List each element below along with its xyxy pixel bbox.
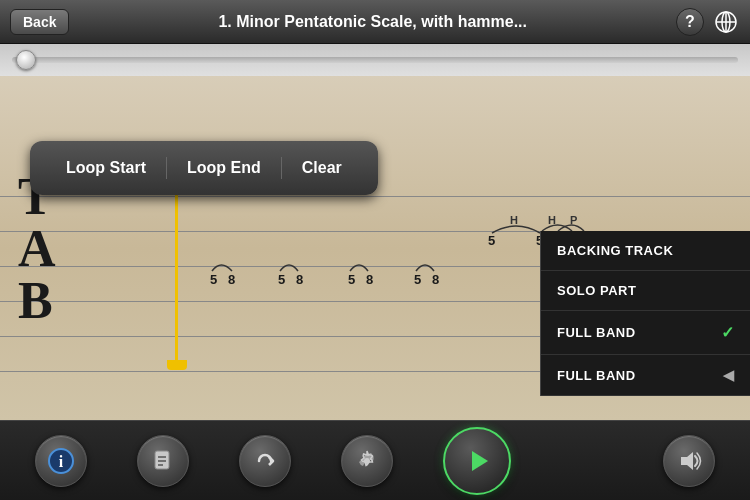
track-item-solo[interactable]: SOLO PART bbox=[541, 271, 750, 311]
track-item-fullband-1[interactable]: FULL BAND ✓ bbox=[541, 311, 750, 355]
track-selection-panel: BACKING TRACK SOLO PART FULL BAND ✓ FULL… bbox=[540, 231, 750, 396]
svg-rect-6 bbox=[155, 451, 169, 469]
track-fullband-2-label: FULL BAND bbox=[557, 368, 636, 383]
p-marker: P bbox=[570, 214, 577, 226]
tab-note: 8 bbox=[228, 272, 235, 287]
settings-button[interactable] bbox=[341, 435, 393, 487]
tab-note: 5 bbox=[210, 272, 217, 287]
tab-note: 5 bbox=[488, 233, 495, 248]
help-button[interactable]: ? bbox=[676, 8, 704, 36]
tab-note: 8 bbox=[432, 272, 439, 287]
back-button[interactable]: Back bbox=[10, 9, 69, 35]
tab-notation-area: T A B Loop Start Loop End Clear 5 8 5 8 … bbox=[0, 76, 750, 420]
track-solo-label: SOLO PART bbox=[557, 283, 636, 298]
track-fullband-2-arrow: ◀ bbox=[723, 367, 735, 383]
h-marker: H bbox=[510, 214, 518, 226]
svg-marker-11 bbox=[472, 451, 488, 471]
progress-thumb[interactable] bbox=[16, 50, 36, 70]
tab-a: A bbox=[18, 223, 56, 275]
progress-slider-bar bbox=[0, 44, 750, 76]
loop-button[interactable] bbox=[239, 435, 291, 487]
tab-note: 5 bbox=[414, 272, 421, 287]
spacer bbox=[561, 435, 613, 487]
clear-button[interactable]: Clear bbox=[282, 153, 362, 183]
track-item-backing[interactable]: BACKING TRACK bbox=[541, 231, 750, 271]
svg-marker-12 bbox=[681, 452, 693, 470]
page-title: 1. Minor Pentatonic Scale, with hamme... bbox=[69, 13, 676, 31]
tab-note: 5 bbox=[278, 272, 285, 287]
info-button[interactable]: i bbox=[35, 435, 87, 487]
tab-note: 5 bbox=[348, 272, 355, 287]
h-marker-2: H bbox=[548, 214, 556, 226]
tab-note: 8 bbox=[296, 272, 303, 287]
loop-start-button[interactable]: Loop Start bbox=[46, 153, 166, 183]
tab-note: 8 bbox=[366, 272, 373, 287]
document-button[interactable] bbox=[137, 435, 189, 487]
bottom-toolbar: i bbox=[0, 420, 750, 500]
loop-controls-popup: Loop Start Loop End Clear bbox=[30, 141, 378, 195]
track-fullband-1-check: ✓ bbox=[721, 323, 735, 342]
tab-line-1 bbox=[0, 196, 750, 197]
globe-button[interactable] bbox=[712, 8, 740, 36]
top-bar: Back 1. Minor Pentatonic Scale, with ham… bbox=[0, 0, 750, 44]
loop-end-button[interactable]: Loop End bbox=[167, 153, 281, 183]
tab-b: B bbox=[18, 275, 56, 327]
volume-button[interactable] bbox=[663, 435, 715, 487]
track-item-fullband-2[interactable]: FULL BAND ◀ bbox=[541, 355, 750, 396]
play-button[interactable] bbox=[443, 427, 511, 495]
track-fullband-1-label: FULL BAND bbox=[557, 325, 636, 340]
svg-text:i: i bbox=[59, 453, 64, 470]
progress-track[interactable] bbox=[12, 57, 738, 63]
playhead-bottom bbox=[167, 360, 187, 370]
track-backing-label: BACKING TRACK bbox=[557, 243, 673, 258]
